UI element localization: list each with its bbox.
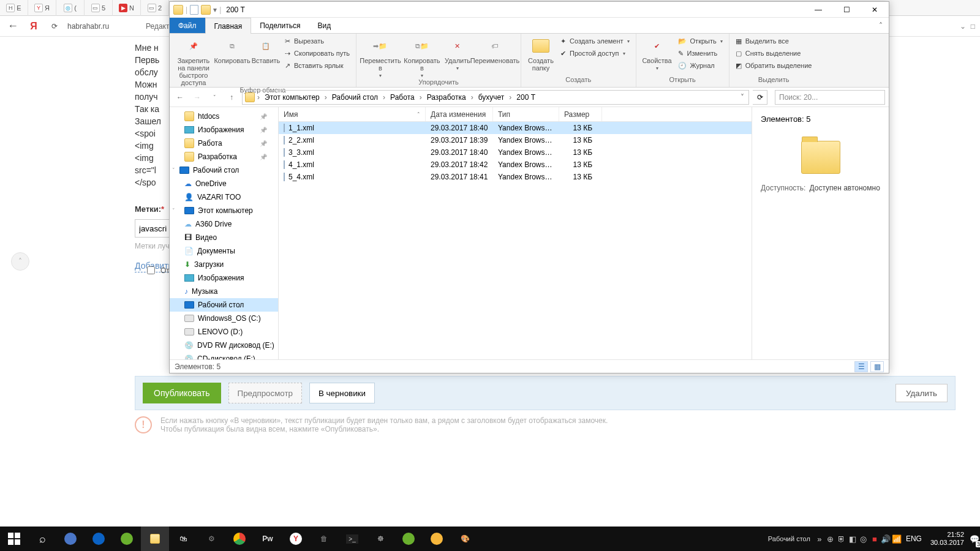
column-date[interactable]: Дата изменения <box>426 107 493 121</box>
history-button[interactable]: 🕘Журнал <box>676 59 725 72</box>
navpane-item[interactable]: Windows8_OS (C:) <box>170 312 278 325</box>
browser-back-button[interactable]: ← <box>5 18 21 34</box>
pin-to-quick-access-button[interactable]: 📌Закрепить на панели быстрого доступа <box>173 35 214 86</box>
ribbon-tab-home[interactable]: Главная <box>205 18 252 34</box>
tray-icon[interactable]: ■ <box>869 527 880 551</box>
ribbon-collapse-button[interactable]: ˄ <box>873 18 889 33</box>
navpane-item[interactable]: 💿CD-дисковод (F:) <box>170 352 278 359</box>
taskbar-app-5[interactable]: ⚙ <box>197 527 225 551</box>
taskbar-chrome[interactable] <box>225 527 254 551</box>
select-all-button[interactable]: ▦Выделить все <box>733 35 815 47</box>
file-row[interactable]: 2_2.xml29.03.2017 18:39Yandex Browser X.… <box>279 134 752 146</box>
breadcrumb-item[interactable]: Этот компьютер <box>262 93 322 102</box>
browser-maximize-icon[interactable]: □ <box>971 22 975 31</box>
breadcrumb-item[interactable]: Рабочий стол <box>330 93 380 102</box>
nav-forward-button[interactable]: → <box>190 91 204 104</box>
navpane-item[interactable]: 👤VAZARI TOO <box>170 190 278 204</box>
column-size[interactable]: Размер <box>559 107 602 121</box>
notifications-button[interactable]: 💬3 <box>969 527 980 551</box>
breadcrumb-item[interactable]: 200 Т <box>514 93 538 102</box>
taskbar-store[interactable]: 🛍 <box>169 527 197 551</box>
breadcrumb-item[interactable]: бухучет <box>476 93 507 102</box>
file-row[interactable]: 5_4.xml29.03.2017 18:41Yandex Browser X.… <box>279 171 752 183</box>
navpane-item[interactable]: ☁A360 Drive <box>170 217 278 231</box>
delete-post-button[interactable]: Удалить <box>895 384 948 402</box>
invert-selection-button[interactable]: ◩Обратить выделение <box>733 59 815 72</box>
qat-dropdown-icon[interactable]: ▾ <box>213 6 217 14</box>
tray-wifi-icon[interactable]: 📶 <box>891 527 902 551</box>
new-item-button[interactable]: ✦Создать элемент▾ <box>558 35 632 47</box>
nav-up-button[interactable]: ↑ <box>225 91 238 104</box>
file-icon[interactable] <box>190 5 198 15</box>
column-name[interactable]: Имя <box>279 107 426 121</box>
draft-button[interactable]: В черновики <box>309 383 375 403</box>
taskbar-paint[interactable]: 🎨 <box>451 527 479 551</box>
file-row[interactable]: 3_3.xml29.03.2017 18:40Yandex Browser X.… <box>279 146 752 159</box>
nav-back-button[interactable]: ← <box>173 91 187 104</box>
rename-button[interactable]: 🏷Переименовать <box>473 35 517 64</box>
taskbar-app-11[interactable]: ☸ <box>366 527 394 551</box>
close-button[interactable]: ✕ <box>861 2 889 18</box>
select-none-button[interactable]: ▢Снять выделение <box>733 47 815 59</box>
copy-to-button[interactable]: ⧉📁Копировать в▾ <box>402 35 442 78</box>
browser-tab-5[interactable]: ▭2 <box>141 0 169 16</box>
taskbar-yandex[interactable]: Y <box>282 527 310 551</box>
navpane-item[interactable]: Изображения <box>170 271 278 285</box>
refresh-button[interactable]: ⟳ <box>753 90 767 105</box>
taskbar-app-9[interactable]: 🗑 <box>310 527 338 551</box>
navpane-item[interactable]: ☁OneDrive <box>170 177 278 190</box>
file-row[interactable]: 4_1.xml29.03.2017 18:42Yandex Browser X.… <box>279 159 752 171</box>
taskbar-explorer[interactable] <box>141 527 169 551</box>
paste-button[interactable]: 📋Вставить <box>251 35 281 64</box>
navpane-item[interactable]: ⬇Загрузки <box>170 258 278 271</box>
move-to-button[interactable]: ➡📁Переместить в▾ <box>360 35 401 78</box>
maximize-button[interactable]: ☐ <box>832 2 861 18</box>
ribbon-tab-share[interactable]: Поделиться <box>251 18 309 33</box>
browser-tab-4[interactable]: ▶N <box>113 0 141 16</box>
navpane-item[interactable]: Работа <box>170 137 278 150</box>
tray-defender-icon[interactable]: ⛨ <box>836 527 847 551</box>
paste-shortcut-button[interactable]: ↗Вставить ярлык <box>282 59 352 72</box>
navpane-item[interactable]: 🎞Видео <box>170 231 278 244</box>
taskbar-app-3[interactable] <box>113 527 141 551</box>
navpane-item[interactable]: Разработка <box>170 150 278 163</box>
folder-icon[interactable] <box>201 5 211 15</box>
taskbar-app-13[interactable] <box>423 527 451 551</box>
navpane-item[interactable]: Изображения <box>170 123 278 137</box>
browser-tab-0[interactable]: HЕ <box>0 0 28 16</box>
copy-button[interactable]: ⧉Копировать <box>215 35 249 64</box>
tray-icon[interactable]: ⊕ <box>825 527 836 551</box>
view-details-button[interactable]: ☰ <box>854 361 868 372</box>
address-text[interactable]: habrahabr.ru <box>67 22 141 31</box>
ribbon-tab-file[interactable]: Файл <box>170 18 205 33</box>
yandex-home-button[interactable]: Я <box>26 18 42 34</box>
navigation-pane[interactable]: htdocsИзображенияРаботаРазработка˅Рабочи… <box>170 107 279 359</box>
navpane-item[interactable]: ♪Музыка <box>170 285 278 298</box>
open-button[interactable]: 📂Открыть▾ <box>676 35 725 47</box>
navpane-item[interactable]: htdocs <box>170 110 278 123</box>
taskbar-clock[interactable]: 21:52 30.03.2017 <box>925 531 969 547</box>
language-indicator[interactable]: ENG <box>902 534 925 543</box>
scroll-to-top-button[interactable]: ˄ <box>11 252 29 271</box>
preview-button[interactable]: Предпросмотр <box>228 383 302 403</box>
breadcrumb-item[interactable]: Работа <box>388 93 417 102</box>
tray-overflow-button[interactable]: » <box>814 527 825 551</box>
navpane-item[interactable]: 📄Документы <box>170 244 278 258</box>
file-row[interactable]: 1_1.xml29.03.2017 18:40Yandex Browser X.… <box>279 122 752 134</box>
edit-button[interactable]: ✎Изменить <box>676 47 725 59</box>
navpane-item[interactable]: 💿DVD RW дисковод (E:) <box>170 339 278 352</box>
browser-dropdown-icon[interactable]: ⌄ <box>960 22 966 31</box>
taskbar-edge[interactable] <box>85 527 113 551</box>
nav-history-dropdown[interactable]: ˅ <box>208 91 221 104</box>
cut-button[interactable]: ✂Вырезать <box>282 35 352 47</box>
tray-icon[interactable]: ◎ <box>858 527 869 551</box>
navpane-item[interactable]: Рабочий стол <box>170 298 278 312</box>
ribbon-tab-view[interactable]: Вид <box>309 18 339 33</box>
address-breadcrumb[interactable]: › Этот компьютер› Рабочий стол› Работа› … <box>242 90 749 105</box>
browser-tab-3[interactable]: ▭5 <box>85 0 113 16</box>
view-icons-button[interactable]: ▦ <box>870 361 884 372</box>
navpane-item[interactable]: LENOVO (D:) <box>170 325 278 339</box>
reload-button[interactable]: ⟳ <box>47 18 62 34</box>
taskbar-label[interactable]: Рабочий стол <box>764 535 814 542</box>
properties-button[interactable]: ✔Свойства▾ <box>640 35 674 71</box>
